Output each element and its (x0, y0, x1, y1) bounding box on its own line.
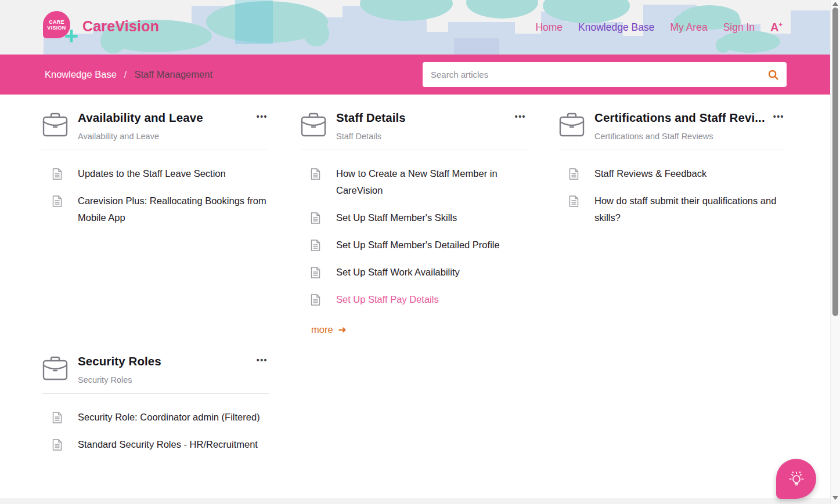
article-row: Set Up Staff Member's Skills (300, 209, 527, 226)
article-link[interactable]: Staff Reviews & Feedback (594, 165, 706, 182)
scroll-up-icon[interactable] (832, 2, 838, 6)
briefcase-icon (558, 111, 585, 140)
article-link[interactable]: Set Up Staff Member's Skills (336, 209, 457, 226)
card-divider (42, 150, 269, 150)
logo-text-line2: VISION (47, 25, 66, 31)
document-icon (52, 195, 62, 209)
category-card: Security Roles Security Roles ••• Securi… (42, 354, 269, 453)
search-icon (767, 69, 779, 81)
help-fab-button[interactable] (776, 459, 816, 499)
card-header-text: Security Roles Security Roles (78, 354, 257, 385)
footer-edge (0, 498, 830, 504)
article-list: Staff Reviews & Feedback How do staff su… (558, 165, 785, 226)
arrow-right-icon: ➜ (338, 324, 347, 336)
card-header-text: Staff Details Staff Details (336, 111, 515, 141)
article-list: Security Role: Coordinator admin (Filter… (42, 409, 269, 453)
card-divider (42, 393, 269, 394)
article-row: Updates to the Staff Leave Section (42, 165, 269, 182)
breadcrumb: Knowledge Base / Staff Management (45, 55, 212, 95)
article-link[interactable]: Updates to the Staff Leave Section (78, 165, 226, 182)
article-row: Set Up Staff Member's Detailed Profile (300, 237, 527, 253)
category-card: Certifications and Staff Revi... Certifi… (558, 111, 785, 226)
card-title[interactable]: Certifications and Staff Revi... (594, 111, 773, 125)
ellipsis-menu-button[interactable]: ••• (773, 111, 785, 121)
nav-item-my-area[interactable]: My Area (670, 21, 707, 34)
article-link[interactable]: How do staff submit their qualifications… (594, 193, 785, 226)
document-icon (311, 294, 320, 308)
search-input[interactable] (423, 62, 760, 87)
ellipsis-menu-button[interactable]: ••• (257, 111, 269, 121)
article-row: Security Role: Coordinator admin (Filter… (42, 409, 269, 426)
card-header-text: Certifications and Staff Revi... Certifi… (594, 111, 773, 141)
card-subtitle: Certifications and Staff Reviews (594, 132, 773, 141)
font-size-button[interactable]: A+ (770, 21, 783, 34)
document-icon (311, 267, 320, 281)
main-content: Availability and Leave Availability and … (0, 95, 840, 504)
nav-item-home[interactable]: Home (535, 21, 563, 34)
article-row: Staff Reviews & Feedback (558, 165, 785, 182)
card-title[interactable]: Security Roles (78, 354, 257, 368)
lightbulb-icon (786, 469, 807, 490)
document-icon (311, 212, 320, 226)
search-button[interactable] (760, 62, 787, 87)
card-divider (558, 150, 785, 150)
card-header: Staff Details Staff Details ••• (300, 111, 527, 141)
article-row: Standard Security Roles - HR/Recruitment (42, 436, 269, 453)
article-row: Set Up Staff Pay Details (300, 291, 527, 308)
card-title[interactable]: Staff Details (336, 111, 515, 125)
article-link[interactable]: Security Role: Coordinator admin (Filter… (78, 409, 260, 426)
document-icon (311, 168, 320, 182)
logo-text-line1: CARE (49, 19, 64, 25)
vertical-scrollbar[interactable] (830, 0, 840, 504)
article-row: Carevision Plus: Reallocating Bookings f… (42, 193, 269, 226)
card-subtitle: Availability and Leave (78, 132, 257, 141)
search-box (423, 62, 787, 87)
article-row: How to Create a New Staff Member in Care… (300, 165, 527, 199)
card-header-text: Availability and Leave Availability and … (78, 111, 257, 141)
document-icon (569, 195, 579, 209)
carevision-logo-mark-icon: CARE VISION + (43, 11, 73, 41)
article-link[interactable]: Set Up Staff Pay Details (336, 291, 439, 308)
breadcrumb-root-link[interactable]: Knowledge Base (45, 69, 117, 80)
card-title[interactable]: Availability and Leave (78, 111, 257, 125)
article-link[interactable]: Carevision Plus: Reallocating Bookings f… (78, 193, 269, 226)
card-subtitle: Security Roles (78, 375, 257, 385)
briefcase-icon (300, 111, 327, 140)
more-link[interactable]: more ➜ (311, 324, 347, 336)
article-link[interactable]: Set Up Staff Member's Detailed Profile (336, 237, 500, 253)
ellipsis-menu-button[interactable]: ••• (515, 111, 527, 121)
nav-item-sign-in[interactable]: Sign In (723, 21, 755, 34)
article-link[interactable]: Standard Security Roles - HR/Recruitment (78, 436, 258, 453)
ellipsis-menu-button[interactable]: ••• (257, 354, 269, 365)
document-icon (52, 412, 62, 426)
article-list: Updates to the Staff Leave Section Carev… (42, 165, 269, 226)
scroll-down-icon[interactable] (832, 496, 838, 500)
nav-item-knowledge-base[interactable]: Knowledge Base (578, 21, 654, 34)
briefcase-icon (42, 111, 69, 140)
breadcrumb-bar: Knowledge Base / Staff Management (0, 55, 840, 95)
card-header: Availability and Leave Availability and … (42, 111, 269, 141)
breadcrumb-separator: / (124, 69, 127, 80)
cards-grid: Availability and Leave Availability and … (0, 95, 840, 453)
article-row: Set Up Staff Work Availability (300, 264, 527, 281)
article-link[interactable]: Set Up Staff Work Availability (336, 264, 460, 281)
brand-wordmark: CareVision (82, 18, 159, 35)
font-size-plus: + (779, 21, 783, 28)
article-link[interactable]: How to Create a New Staff Member in Care… (336, 165, 527, 199)
plus-icon: + (64, 24, 78, 48)
article-row: How do staff submit their qualifications… (558, 193, 785, 226)
scrollbar-thumb[interactable] (832, 8, 838, 316)
article-list: How to Create a New Staff Member in Care… (300, 165, 527, 308)
document-icon (52, 439, 62, 453)
breadcrumb-current: Staff Management (134, 69, 212, 80)
carevision-logo[interactable]: CARE VISION + CareVision (43, 11, 159, 41)
briefcase-icon (42, 354, 69, 383)
card-divider (300, 150, 527, 150)
top-header: CARE VISION + CareVision HomeKnowledge B… (0, 0, 840, 55)
document-icon (569, 168, 579, 182)
page: CARE VISION + CareVision HomeKnowledge B… (0, 0, 840, 504)
category-card: Staff Details Staff Details ••• How to C… (300, 111, 527, 336)
card-header: Certifications and Staff Revi... Certifi… (558, 111, 785, 141)
card-header: Security Roles Security Roles ••• (42, 354, 269, 385)
main-nav: HomeKnowledge BaseMy AreaSign InA+ (535, 0, 783, 55)
